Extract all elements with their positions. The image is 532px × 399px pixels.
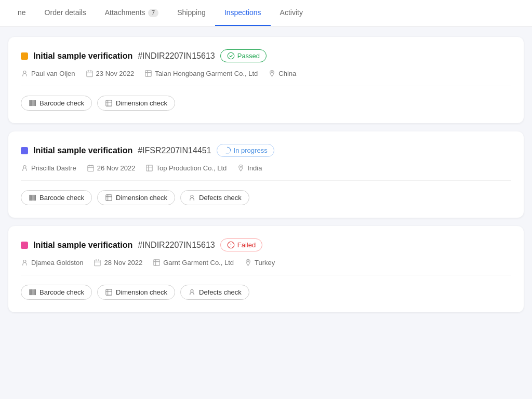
check-label: Dimension check: [116, 194, 167, 202]
barcode-icon: [29, 288, 36, 296]
meta-assignee: Djamea Goldston: [21, 259, 83, 267]
check-tag-dimension-0[interactable]: Dimension check: [97, 96, 175, 111]
svg-point-29: [247, 261, 249, 262]
check-tag-dimension-1[interactable]: Dimension check: [97, 190, 175, 205]
meta-assignee: Paul van Oijen: [21, 70, 75, 77]
location-name: India: [247, 164, 262, 172]
svg-rect-28: [154, 260, 159, 265]
svg-point-24: [191, 195, 193, 198]
svg-rect-33: [33, 290, 33, 295]
tab-activity[interactable]: Activity: [271, 0, 312, 26]
meta-company: Garnt Garment Co., Ltd: [153, 259, 234, 267]
location-name: China: [278, 70, 296, 77]
meta-assignee: Priscilla Dastre: [21, 164, 76, 172]
check-label: Dimension check: [116, 99, 167, 107]
location-icon: [268, 70, 276, 77]
meta-company: Taian Hongbang Garment Co., Ltd: [144, 70, 258, 77]
card-header-3: Initial sample verification #INDIR2207IN…: [21, 238, 511, 251]
assignee-name: Priscilla Dastre: [31, 164, 76, 172]
meta-location: Turkey: [244, 259, 275, 267]
svg-rect-5: [30, 101, 30, 106]
person-icon: [21, 70, 29, 77]
svg-rect-34: [34, 290, 34, 295]
inspections-content: Initial sample verification #INDIR2207IN…: [0, 26, 532, 323]
card-inspection-id: #INDIR2207IN15613: [138, 51, 215, 61]
building-icon: [153, 259, 161, 267]
svg-rect-35: [35, 290, 36, 295]
svg-rect-10: [35, 101, 36, 106]
svg-rect-7: [32, 101, 32, 106]
inspection-date: 23 Nov 2022: [96, 70, 135, 77]
svg-rect-3: [145, 71, 151, 76]
assignee-name: Paul van Oijen: [31, 70, 75, 77]
card-title: Initial sample verification: [33, 146, 132, 155]
defects-icon: [188, 288, 196, 296]
inspection-card-1: Initial sample verification #INDIR2207IN…: [8, 37, 524, 123]
svg-rect-2: [86, 71, 92, 77]
svg-point-16: [241, 166, 242, 168]
check-tag-defects-2[interactable]: Defects check: [180, 285, 249, 300]
meta-date: 23 Nov 2022: [86, 70, 135, 77]
svg-rect-14: [88, 166, 94, 171]
svg-rect-11: [106, 100, 112, 106]
inspection-card-3: Initial sample verification #INDIR2207IN…: [8, 226, 524, 312]
card-color-indicator: [21, 147, 28, 154]
building-icon: [145, 164, 153, 172]
card-inspection-id: #IFSR2207IN14451: [138, 146, 211, 155]
spinner-icon: [223, 147, 231, 154]
check-label: Barcode check: [39, 194, 84, 202]
barcode-icon: [29, 99, 36, 107]
check-label: Dimension check: [116, 288, 167, 296]
tab-badge-attachments: 7: [148, 9, 159, 17]
tab-order-details[interactable]: Order details: [35, 0, 96, 26]
defects-icon: [188, 194, 196, 202]
status-badge: Passed: [220, 49, 267, 62]
svg-rect-27: [95, 260, 100, 266]
check-tag-barcode-0[interactable]: Barcode check: [21, 96, 92, 111]
company-name: Garnt Garment Co., Ltd: [163, 259, 234, 267]
card-meta-1: Paul van Oijen 23 Nov 2022 Taian Hongban…: [21, 70, 511, 86]
svg-point-13: [23, 166, 26, 168]
calendar-icon: [94, 259, 101, 267]
card-color-indicator: [21, 52, 28, 60]
svg-rect-32: [32, 290, 32, 295]
check-label: Barcode check: [39, 99, 84, 107]
location-icon: [237, 164, 245, 172]
svg-rect-23: [106, 195, 112, 201]
card-meta-3: Djamea Goldston 28 Nov 2022 Garnt Garmen…: [21, 259, 511, 275]
card-header-2: Initial sample verification #IFSR2207IN1…: [21, 144, 511, 157]
svg-rect-8: [33, 101, 33, 106]
svg-point-26: [23, 260, 26, 263]
card-header-1: Initial sample verification #INDIR2207IN…: [21, 49, 511, 62]
check-label: Defects check: [199, 194, 242, 202]
company-name: Taian Hongbang Garment Co., Ltd: [155, 70, 258, 77]
tab-inspections[interactable]: Inspections: [215, 0, 271, 26]
svg-point-0: [228, 52, 234, 59]
check-tags-3: Barcode check Dimension check Defects ch…: [21, 285, 511, 300]
tab-shipping[interactable]: Shipping: [168, 0, 215, 26]
svg-rect-30: [30, 290, 30, 295]
inspection-card-2: Initial sample verification #IFSR2207IN1…: [8, 131, 524, 218]
check-tag-barcode-1[interactable]: Barcode check: [21, 190, 92, 205]
svg-rect-20: [33, 195, 33, 201]
card-inspection-id: #INDIR2207IN15613: [138, 241, 215, 250]
meta-date: 28 Nov 2022: [94, 259, 142, 267]
check-circle-icon: [227, 52, 235, 60]
svg-rect-31: [31, 290, 31, 295]
tab-attachments[interactable]: Attachments7: [96, 0, 168, 26]
check-tag-dimension-2[interactable]: Dimension check: [97, 285, 175, 300]
svg-point-4: [272, 72, 273, 73]
tab-home[interactable]: ne: [8, 0, 35, 26]
svg-rect-9: [34, 101, 34, 106]
svg-rect-22: [35, 195, 36, 201]
person-icon: [21, 164, 29, 172]
meta-location: India: [237, 164, 262, 172]
dimension-icon: [105, 288, 113, 296]
check-tag-barcode-2[interactable]: Barcode check: [21, 285, 92, 300]
card-title: Initial sample verification: [33, 241, 132, 250]
status-label: In progress: [234, 147, 268, 154]
check-tags-1: Barcode check Dimension check: [21, 96, 511, 111]
svg-rect-6: [31, 101, 31, 106]
check-tag-defects-1[interactable]: Defects check: [180, 190, 249, 205]
meta-location: China: [268, 70, 296, 77]
